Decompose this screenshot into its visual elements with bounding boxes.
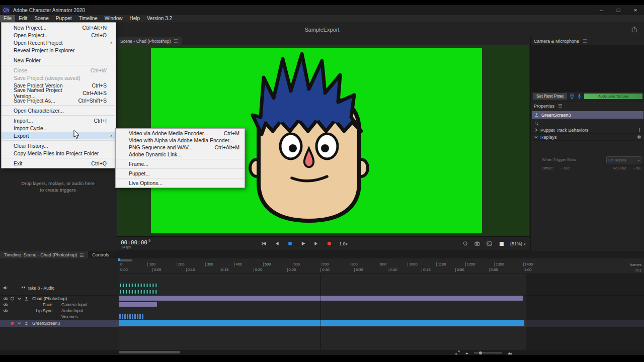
menu-item-new-folder[interactable]: New Folder xyxy=(2,56,116,64)
menu-item-reveal-project-in-explorer[interactable]: Reveal Project in Explorer xyxy=(2,46,116,54)
timeline-clip[interactable] xyxy=(119,296,523,301)
share-icon[interactable] xyxy=(631,26,637,35)
horizontal-scrollbar-thumb[interactable] xyxy=(119,351,180,353)
menu-item-import-cycle[interactable]: Import Cycle... xyxy=(2,124,116,132)
menu-item-label: New Folder xyxy=(14,57,41,63)
menubar-item-file[interactable]: File xyxy=(0,15,15,22)
audio-waveform-clip[interactable] xyxy=(119,283,157,288)
scene-tab[interactable]: Scene - Chad (Photoshop) xyxy=(117,37,182,45)
chevron-down-icon[interactable] xyxy=(17,321,22,326)
menu-item-save-project-always-saved[interactable]: Save Project (always saved) xyxy=(2,74,116,81)
menu-item-shortcut: Ctrl+S xyxy=(92,82,107,88)
menubar-item-puppet[interactable]: Puppet xyxy=(52,15,75,22)
menu-item-import[interactable]: Import...Ctrl+I xyxy=(2,117,116,124)
playback-snapshot-icon[interactable] xyxy=(486,240,493,247)
menubar-item-help[interactable]: Help xyxy=(126,15,143,22)
playback-matte-icon[interactable] xyxy=(498,240,505,247)
menubar-item-scene[interactable]: Scene xyxy=(31,15,52,22)
menu-item-adobe-dynamic-link[interactable]: Adobe Dynamic Link... xyxy=(116,151,245,158)
zoom-out-icon[interactable] xyxy=(465,351,469,354)
playhead-handle[interactable] xyxy=(118,258,120,261)
section-replays[interactable]: Replays xyxy=(531,134,644,141)
plus-icon[interactable] xyxy=(637,128,641,132)
track-header[interactable]: Visemes xyxy=(0,314,119,320)
puppet-chad[interactable] xyxy=(233,50,384,223)
menu-item-puppet[interactable]: Puppet... xyxy=(116,170,245,177)
menu-item-video-with-alpha-via-adobe-media-encoder[interactable]: Video with Alpha via Adobe Media Encoder… xyxy=(116,137,245,144)
menu-item-video-via-adobe-media-encoder[interactable]: Video via Adobe Media Encoder...Ctrl+M xyxy=(116,130,245,137)
menu-item-save-named-project-version[interactable]: Save Named Project Version...Ctrl+Alt+S xyxy=(2,89,116,97)
playback-play-icon[interactable] xyxy=(300,240,306,247)
playback-speed[interactable]: 1.0x xyxy=(339,241,348,246)
menubar-item-version-3-2[interactable]: Version 3.2 xyxy=(143,15,176,22)
chevron-down-icon[interactable] xyxy=(17,296,22,301)
circle-icon[interactable] xyxy=(10,296,15,301)
section-puppet-track-behaviors[interactable]: Puppet Track Behaviors xyxy=(531,127,644,134)
eye-icon[interactable] xyxy=(3,303,9,307)
maximize-button[interactable]: □ xyxy=(610,5,627,15)
hamburger-icon[interactable] xyxy=(558,104,562,108)
tab-controls[interactable]: Controls xyxy=(88,251,113,258)
timeline-zoom-scrollbar[interactable] xyxy=(119,259,132,261)
menu-item-copy-media-files-into-project-folder[interactable]: Copy Media Files into Project Folder xyxy=(2,149,116,157)
menu-item-export[interactable]: Export› xyxy=(2,132,116,139)
timeline-clip[interactable] xyxy=(119,302,157,307)
playback-camera-switch-icon[interactable] xyxy=(474,240,480,247)
track-header[interactable]: GreenScreen3 xyxy=(0,320,119,327)
viseme-clips[interactable] xyxy=(119,314,143,319)
work-area-end-marker[interactable] xyxy=(320,274,321,350)
menu-item-open-project[interactable]: Open Project...Ctrl+O xyxy=(2,31,116,39)
menu-item-open-recent-project[interactable]: Open Recent Project› xyxy=(2,39,116,46)
selected-track-item[interactable]: GreenScreen3 xyxy=(532,111,643,119)
eye-icon[interactable] xyxy=(3,309,9,313)
offset-value[interactable]: - sec xyxy=(561,166,570,170)
menu-item-close[interactable]: CloseCtrl+W xyxy=(2,66,116,74)
hamburger-icon[interactable] xyxy=(583,39,587,43)
menu-item-frame[interactable]: Frame... xyxy=(116,160,245,167)
mic-icon[interactable] xyxy=(577,94,582,99)
audio-waveform-clip[interactable] xyxy=(119,289,157,295)
ruler-time-label: 0:15 xyxy=(220,268,229,272)
minimize-button[interactable]: – xyxy=(593,5,610,15)
webcam-icon[interactable] xyxy=(570,94,575,99)
close-button[interactable]: × xyxy=(627,5,644,15)
zoom-slider-knob[interactable] xyxy=(479,351,482,354)
playback-step-forward-icon[interactable] xyxy=(313,240,319,247)
menu-item-live-options[interactable]: Live Options... xyxy=(116,179,245,187)
track-header[interactable]: Lip SyncAudio Input xyxy=(0,308,119,314)
track-header[interactable]: Chad (Photoshop) xyxy=(0,295,119,302)
hamburger-icon[interactable] xyxy=(174,39,178,43)
menu-item-png-sequence-and-wav[interactable]: PNG Sequence and WAV...Ctrl+Alt+M xyxy=(116,144,245,151)
ruler-frame-label: 1100 xyxy=(436,262,446,266)
menu-item-save-project-as[interactable]: Save Project As...Ctrl+Shift+S xyxy=(2,97,116,104)
eye-icon[interactable] xyxy=(3,297,9,301)
timeline-clip[interactable] xyxy=(119,320,524,326)
playback-step-back-icon[interactable] xyxy=(274,240,280,247)
properties-search[interactable] xyxy=(532,120,643,127)
fit-timeline-icon[interactable] xyxy=(455,350,460,355)
menubar-item-edit[interactable]: Edit xyxy=(15,15,31,22)
set-rest-pose-button[interactable]: Set Rest Pose xyxy=(533,93,567,100)
playback-loop-icon[interactable] xyxy=(462,240,468,247)
track-header[interactable]: take 8 - Audio xyxy=(0,282,119,295)
timeline-zoom-slider[interactable] xyxy=(474,352,502,353)
zoom-in-icon[interactable] xyxy=(507,351,513,355)
menu-item-new-project[interactable]: New Project...Ctrl+Alt+N xyxy=(2,24,116,31)
playhead[interactable] xyxy=(119,258,119,350)
menubar-item-timeline[interactable]: Timeline xyxy=(75,15,101,22)
menu-item-exit[interactable]: ExitCtrl+Q xyxy=(2,159,116,167)
menubar-item-window[interactable]: Window xyxy=(101,15,126,22)
grid-icon[interactable] xyxy=(637,135,641,139)
playback-record-icon[interactable] xyxy=(326,240,333,247)
record-dot-icon[interactable] xyxy=(10,321,15,326)
when-trigger-ends-dropdown[interactable]: Let Replay ▾ xyxy=(606,156,641,163)
tab-timeline[interactable]: Timeline: Scene - Chad (Photoshop) xyxy=(0,251,88,258)
playback-go-to-start-icon[interactable] xyxy=(261,240,267,247)
viewport-zoom-level[interactable]: (51%)▾ xyxy=(510,241,526,246)
hamburger-icon[interactable] xyxy=(79,253,84,257)
track-header[interactable]: FaceCamera Input xyxy=(0,302,119,308)
ruler-time-label: 0:45 xyxy=(422,268,431,272)
playback-stop-icon[interactable] xyxy=(287,240,293,247)
menu-item-open-characterizer[interactable]: Open Characterizer... xyxy=(2,107,116,114)
menu-item-clear-history[interactable]: Clear History... xyxy=(2,142,116,149)
